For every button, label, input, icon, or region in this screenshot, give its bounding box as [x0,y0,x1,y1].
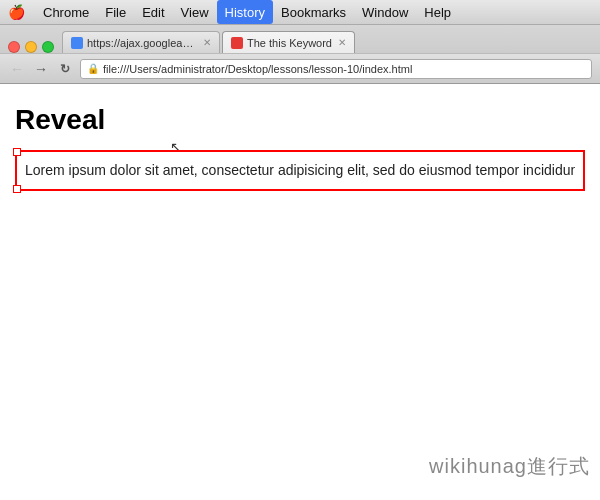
menu-window[interactable]: Window [354,0,416,24]
tab-label-1: https://ajax.googleapis.com... [87,37,197,49]
apple-logo[interactable]: 🍎 [8,4,25,20]
tab-favicon-2 [231,37,243,49]
forward-button[interactable]: → [32,60,50,78]
traffic-lights [8,41,54,53]
text-box[interactable]: Lorem ipsum dolor sit amet, consectetur … [15,150,585,191]
resize-handle-top-left[interactable] [13,148,21,156]
menu-file[interactable]: File [97,0,134,24]
url-text: file:///Users/administrator/Desktop/less… [103,63,412,75]
menu-chrome[interactable]: Chrome [35,0,97,24]
minimize-button[interactable] [25,41,37,53]
menu-help[interactable]: Help [416,0,459,24]
body-text: Lorem ipsum dolor sit amet, consectetur … [25,160,575,181]
tab-close-1[interactable]: ✕ [203,37,211,48]
watermark: wikihunag進行式 [429,453,590,480]
tab-bar: https://ajax.googleapis.com... ✕ The thi… [0,25,600,53]
menu-history[interactable]: History [217,0,273,24]
refresh-button[interactable]: ↻ [56,60,74,78]
resize-handle-bottom-left[interactable] [13,185,21,193]
close-button[interactable] [8,41,20,53]
page-content: Reveal ↖ Lorem ipsum dolor sit amet, con… [0,84,600,441]
tab-keyword[interactable]: The this Keyword ✕ [222,31,355,53]
menu-bookmarks[interactable]: Bookmarks [273,0,354,24]
lock-icon: 🔒 [87,63,99,74]
address-bar[interactable]: 🔒 file:///Users/administrator/Desktop/le… [80,59,592,79]
nav-bar: ← → ↻ 🔒 file:///Users/administrator/Desk… [0,53,600,83]
tab-close-2[interactable]: ✕ [338,37,346,48]
menu-view[interactable]: View [173,0,217,24]
page-title: Reveal [15,104,585,136]
menu-bar: 🍎 Chrome File Edit View History Bookmark… [0,0,600,25]
maximize-button[interactable] [42,41,54,53]
tab-favicon-1 [71,37,83,49]
menu-edit[interactable]: Edit [134,0,172,24]
tab-label-2: The this Keyword [247,37,332,49]
back-button[interactable]: ← [8,60,26,78]
browser-chrome: https://ajax.googleapis.com... ✕ The thi… [0,25,600,84]
tab-ajax[interactable]: https://ajax.googleapis.com... ✕ [62,31,220,53]
